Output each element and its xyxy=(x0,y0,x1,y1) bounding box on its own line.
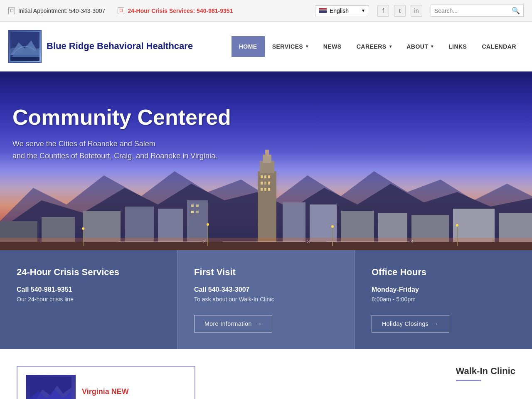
main-nav: HOME SERVICES ▾ NEWS CAREERS ▾ ABOUT ▾ L… xyxy=(232,36,524,57)
svg-rect-34 xyxy=(191,211,194,213)
chevron-down-icon: ▼ xyxy=(361,8,365,13)
slider-num-4: 4 xyxy=(411,239,414,244)
svg-point-42 xyxy=(331,225,334,228)
nav-about[interactable]: ABOUT ▾ xyxy=(399,36,441,57)
news-text-preview: Virginia NEW xyxy=(82,387,129,396)
twitter-icon[interactable]: t xyxy=(394,5,406,17)
office-hours-title: Office Hours xyxy=(372,267,515,278)
news-inner: Virginia NEW xyxy=(26,375,186,399)
crisis-label: 24-Hour Crisis Services: 540-981-9351 xyxy=(128,7,233,14)
svg-rect-32 xyxy=(191,204,194,207)
topbar: ☐ Initial Appointment: 540-343-3007 ☐ 24… xyxy=(0,0,532,22)
slider-dot-1[interactable]: 2 xyxy=(118,239,206,244)
slider-line xyxy=(118,241,202,242)
flag-icon xyxy=(319,8,327,13)
svg-rect-3 xyxy=(10,57,39,61)
slider-line xyxy=(326,241,409,242)
crisis-card-desc: Our 24-hour crisis line xyxy=(17,296,160,303)
news-card[interactable]: Virginia NEW xyxy=(17,366,195,399)
first-visit-phone: Call 540-343-3007 xyxy=(194,286,338,293)
svg-rect-15 xyxy=(268,182,270,185)
holiday-closings-button[interactable]: Holiday Closings → xyxy=(372,315,449,332)
hero-section: Community Centered We serve the Cities o… xyxy=(0,71,532,250)
logo-image xyxy=(8,30,42,63)
bottom-section: Virginia NEW Walk-In Clinic xyxy=(0,349,532,399)
info-cards: 24-Hour Crisis Services Call 540-981-935… xyxy=(0,250,532,349)
nav-calendar[interactable]: CALENDAR xyxy=(474,36,524,57)
arrow-icon: → xyxy=(256,320,262,327)
office-hours-days: Monday-Friday xyxy=(372,286,515,293)
walk-in-section: Walk-In Clinic xyxy=(448,366,515,399)
more-information-button[interactable]: More Information → xyxy=(194,315,272,332)
svg-rect-35 xyxy=(196,211,199,213)
crisis-info: ☐ 24-Hour Crisis Services: 540-981-9351 xyxy=(118,7,233,14)
search-input[interactable] xyxy=(434,7,509,14)
chevron-down-icon: ▾ xyxy=(389,44,392,49)
nav-home[interactable]: HOME xyxy=(232,36,265,57)
header: Blue Ridge Behavioral Healthcare HOME SE… xyxy=(0,22,532,71)
svg-rect-13 xyxy=(261,182,263,185)
svg-rect-6 xyxy=(258,171,276,248)
first-visit-desc: To ask about our Walk-In Clinic xyxy=(194,296,338,303)
slider-dot-2[interactable]: 3 xyxy=(222,239,310,244)
svg-point-38 xyxy=(82,227,84,230)
chevron-down-icon: ▾ xyxy=(306,44,308,49)
search-bar: 🔍 xyxy=(431,5,524,17)
hero-title: Community Centered xyxy=(12,105,231,130)
crisis-card-phone: Call 540-981-9351 xyxy=(17,286,160,293)
svg-rect-10 xyxy=(261,175,263,178)
office-hours-card: Office Hours Monday-Friday 8:00am - 5:00… xyxy=(355,250,532,349)
arrow-icon: → xyxy=(433,320,439,327)
org-name: Blue Ridge Behavioral Healthcare xyxy=(47,41,193,52)
linkedin-icon[interactable]: in xyxy=(411,5,422,17)
slider-num-2: 2 xyxy=(203,239,206,244)
svg-rect-17 xyxy=(264,188,266,191)
crisis-phone-icon: ☐ xyxy=(118,7,124,14)
social-icons: f t in xyxy=(377,5,422,17)
slider-num-3: 3 xyxy=(307,239,310,244)
office-hours-time: 8:00am - 5:00pm xyxy=(372,296,515,303)
svg-rect-11 xyxy=(264,175,266,178)
svg-rect-14 xyxy=(264,182,266,185)
svg-rect-12 xyxy=(268,175,270,178)
phone-icon: ☐ xyxy=(8,7,15,14)
walk-in-underline xyxy=(456,380,481,381)
language-label: English xyxy=(330,7,349,14)
crisis-card: 24-Hour Crisis Services Call 540-981-935… xyxy=(0,250,177,349)
news-thumbnail xyxy=(26,375,76,399)
nav-careers[interactable]: CAREERS ▾ xyxy=(349,36,399,57)
nav-news[interactable]: NEWS xyxy=(316,36,349,57)
hero-content: Community Centered We serve the Cities o… xyxy=(12,105,231,162)
svg-rect-33 xyxy=(196,204,199,207)
svg-rect-16 xyxy=(261,188,263,191)
chevron-down-icon: ▾ xyxy=(431,44,433,49)
svg-rect-9 xyxy=(265,150,269,156)
language-selector[interactable]: English ▼ xyxy=(315,5,369,16)
appointment-label: Initial Appointment: 540-343-3007 xyxy=(18,7,105,14)
slider-dots: 2 3 4 xyxy=(0,239,532,244)
appointment-info: ☐ Initial Appointment: 540-343-3007 xyxy=(8,7,105,14)
first-visit-card: First Visit Call 540-343-3007 To ask abo… xyxy=(177,250,355,349)
nav-links[interactable]: LINKS xyxy=(441,36,475,57)
facebook-icon[interactable]: f xyxy=(377,5,389,17)
walk-in-title: Walk-In Clinic xyxy=(456,366,515,377)
nav-services[interactable]: SERVICES ▾ xyxy=(265,36,316,57)
slider-dot-3[interactable]: 4 xyxy=(326,239,414,244)
crisis-card-title: 24-Hour Crisis Services xyxy=(17,267,160,278)
svg-rect-18 xyxy=(268,188,270,191)
slider-line xyxy=(222,241,305,242)
logo-area[interactable]: Blue Ridge Behavioral Healthcare xyxy=(8,30,193,63)
first-visit-title: First Visit xyxy=(194,267,338,278)
search-button[interactable]: 🔍 xyxy=(512,7,520,15)
svg-point-40 xyxy=(207,223,209,226)
svg-point-44 xyxy=(456,224,458,227)
hero-subtitle: We serve the Cities of Roanoke and Salem… xyxy=(12,138,231,162)
topbar-right: English ▼ f t in 🔍 xyxy=(315,5,524,17)
logo-text: Blue Ridge Behavioral Healthcare xyxy=(47,41,193,52)
